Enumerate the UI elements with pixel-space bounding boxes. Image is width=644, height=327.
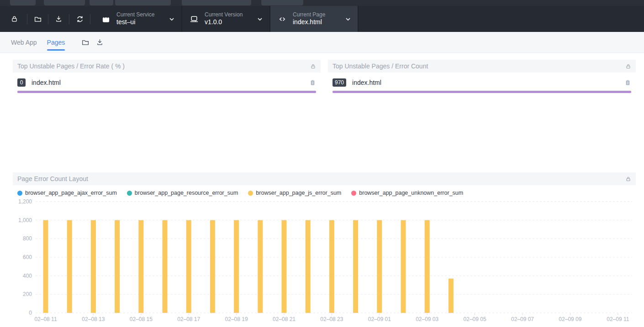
cropped-top-button-row (0, 0, 644, 6)
legend-label: browser_app_page_unknown_error_sum (359, 190, 463, 196)
chevron-down-icon (345, 16, 351, 22)
current-page-label: Current Page (293, 11, 333, 18)
svg-text:400: 400 (23, 273, 32, 279)
panel-header: Page Error Count Layout (13, 172, 636, 185)
copy-icon[interactable] (624, 79, 631, 87)
refresh-button[interactable] (69, 6, 90, 32)
value-badge: 970 (333, 78, 346, 87)
lock-icon[interactable] (310, 63, 316, 69)
current-service-label: Current Service (116, 11, 157, 18)
svg-text:600: 600 (23, 254, 32, 260)
svg-text:02–09 09: 02–09 09 (559, 316, 581, 321)
cropped-button[interactable] (44, 0, 85, 5)
page-name: index.html (32, 79, 61, 86)
panel-header: Top Unstable Pages / Error Count (328, 60, 636, 73)
panel-error-count: Top Unstable Pages / Error Count 970 ind… (328, 60, 636, 93)
lock-icon (11, 15, 18, 23)
cropped-button[interactable] (115, 0, 171, 5)
service-box-icon (101, 15, 111, 24)
tab-pages[interactable]: Pages (47, 32, 65, 53)
error-count-progress-bar (333, 91, 631, 93)
download-button[interactable] (48, 6, 69, 32)
download-icon (55, 15, 63, 23)
svg-text:1,000: 1,000 (18, 217, 32, 223)
svg-text:02–08 15: 02–08 15 (130, 316, 153, 321)
current-page-value: index.html (293, 18, 333, 26)
legend-dot (127, 191, 132, 196)
svg-text:02–08 13: 02–08 13 (82, 316, 105, 321)
value-badge: 0 (17, 78, 26, 87)
legend-dot (17, 191, 22, 196)
current-version-label: Current Version (205, 11, 245, 18)
cropped-button[interactable] (261, 0, 303, 5)
folder-button[interactable] (81, 38, 90, 47)
svg-text:02–08 19: 02–08 19 (225, 316, 248, 321)
svg-text:02–09 11: 02–09 11 (607, 316, 629, 321)
legend-label: browser_app_page_resource_error_sum (135, 190, 238, 196)
refresh-icon (76, 15, 84, 23)
current-service-value: test–ui (116, 18, 157, 26)
divider (358, 6, 359, 32)
tab-bar: Web App Pages (0, 32, 644, 53)
download-icon (96, 38, 104, 46)
error-rate-progress-bar (17, 91, 316, 93)
svg-text:02–09 05: 02–09 05 (464, 316, 486, 321)
code-brackets-icon (278, 15, 287, 24)
svg-text:02–08 23: 02–08 23 (320, 316, 343, 321)
toolbar-icon-group (0, 6, 90, 32)
legend-item-resource[interactable]: browser_app_page_resource_error_sum (127, 190, 238, 196)
svg-text:200: 200 (23, 291, 32, 297)
main-toolbar: Current Service test–ui Current Version … (0, 6, 644, 32)
panel-error-rate: Top Unstable Pages / Error Rate ( % ) 0 … (13, 60, 321, 93)
current-version-selector[interactable]: Current Version v1.0.0 (182, 6, 269, 32)
current-service-selector[interactable]: Current Service test–ui (94, 6, 181, 32)
lock-icon[interactable] (625, 176, 631, 182)
svg-text:02–09 07: 02–09 07 (511, 316, 534, 321)
tab-web-app[interactable]: Web App (11, 32, 37, 53)
divider (90, 14, 90, 24)
panel-page-error-count-layout: Page Error Count Layout browser_app_page… (13, 172, 636, 323)
bar-chart-svg: 02004006008001,0001,20002–08 1102–08 130… (13, 198, 636, 321)
svg-text:1,200: 1,200 (18, 198, 32, 205)
chart-legend: browser_app_page_ajax_error_sum browser_… (17, 190, 636, 196)
current-version-value: v1.0.0 (205, 18, 245, 26)
svg-text:02–09 01: 02–09 01 (368, 316, 391, 321)
legend-dot (248, 191, 253, 196)
svg-text:02–09 03: 02–09 03 (416, 316, 438, 321)
legend-label: browser_app_page_js_error_sum (256, 190, 341, 196)
download-button[interactable] (96, 38, 104, 46)
chevron-down-icon (257, 16, 263, 22)
panel-header: Top Unstable Pages / Error Rate ( % ) (13, 60, 321, 73)
copy-icon[interactable] (309, 79, 316, 87)
cropped-button[interactable] (90, 0, 113, 5)
svg-text:800: 800 (23, 235, 32, 242)
legend-item-js[interactable]: browser_app_page_js_error_sum (248, 190, 341, 196)
cropped-button[interactable] (182, 0, 251, 5)
cropped-button[interactable] (10, 0, 36, 5)
panel-title: Page Error Count Layout (17, 175, 88, 182)
page-name: index.html (352, 79, 381, 86)
page-list-item[interactable]: 0 index.html (13, 73, 321, 87)
top-panels-row: Top Unstable Pages / Error Rate ( % ) 0 … (13, 60, 636, 93)
folder-icon (34, 15, 42, 23)
folder-icon (81, 38, 90, 47)
folder-button[interactable] (27, 6, 48, 32)
legend-dot (351, 191, 356, 196)
svg-text:02–08 17: 02–08 17 (177, 316, 200, 321)
panel-title: Top Unstable Pages / Error Count (333, 62, 428, 70)
svg-text:02–08 21: 02–08 21 (273, 316, 296, 321)
panel-title: Top Unstable Pages / Error Rate ( % ) (17, 62, 125, 70)
legend-item-ajax[interactable]: browser_app_page_ajax_error_sum (17, 190, 117, 196)
current-page-selector[interactable]: Current Page index.html (270, 6, 358, 32)
legend-label: browser_app_page_ajax_error_sum (25, 190, 117, 196)
lock-button[interactable] (10, 6, 27, 32)
bar-chart[interactable]: 02004006008001,0001,20002–08 1102–08 130… (13, 198, 636, 323)
chevron-down-icon (169, 16, 175, 22)
lock-icon[interactable] (625, 63, 631, 69)
page-list-item[interactable]: 970 index.html (328, 73, 636, 87)
svg-text:0: 0 (29, 310, 32, 316)
laptop-icon (190, 15, 199, 24)
svg-text:02–08 11: 02–08 11 (34, 316, 57, 321)
legend-item-unknown[interactable]: browser_app_page_unknown_error_sum (351, 190, 463, 196)
